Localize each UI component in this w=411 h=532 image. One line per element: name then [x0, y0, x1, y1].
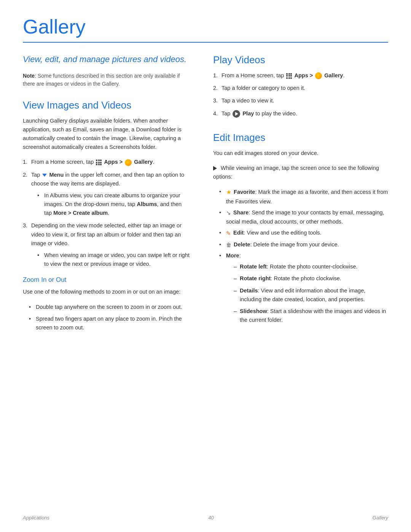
- view-images-body: Launching Gallery displays available fol…: [23, 117, 190, 152]
- play-gallery-label: Gallery: [324, 72, 343, 78]
- edit-delete-item: 🗑 Delete: Delete the image from your dev…: [219, 240, 388, 249]
- edit-images-body: You can edit images stored on your devic…: [213, 149, 388, 158]
- edit-pencil-icon: ✎: [226, 229, 231, 238]
- edit-pointer-line: While viewing an image, tap the screen o…: [213, 164, 388, 181]
- step-num-1: 1.: [23, 158, 27, 166]
- gallery-app-icon: [125, 159, 132, 166]
- play-btn-icon: [233, 110, 240, 118]
- footer-right: Gallery: [373, 515, 388, 521]
- view-step-2: 2. Tap Menu in the upper left corner, an…: [23, 171, 190, 218]
- note-block: Note: Some functions described in this s…: [23, 72, 183, 88]
- play-step-num-3: 3.: [213, 96, 218, 105]
- step-num-3: 3.: [23, 221, 27, 230]
- zoom-bullet-1: Double tap anywhere on the screen to zoo…: [29, 303, 190, 312]
- view-step-3-bullet-1: When viewing an image or video, you can …: [37, 251, 190, 268]
- right-column: Play Videos 1. From a Home screen, tap A…: [206, 54, 388, 335]
- play-videos-section: Play Videos 1. From a Home screen, tap A…: [213, 54, 388, 118]
- title-divider: [23, 42, 388, 43]
- edit-pointer-text: While viewing an image, tap the screen o…: [213, 165, 379, 180]
- edit-images-title: Edit Images: [213, 132, 388, 144]
- rotate-left-item: Rotate left: Rotate the photo counter-cl…: [234, 262, 388, 271]
- play-step-3: 3. Tap a video to view it.: [213, 96, 388, 105]
- subtitle: View, edit, and manage pictures and vide…: [23, 54, 190, 65]
- note-body: Some functions described in this section…: [23, 73, 180, 87]
- edit-images-section: Edit Images You can edit images stored o…: [213, 132, 388, 325]
- main-content: View, edit, and manage pictures and vide…: [23, 54, 388, 335]
- favorite-label: Favorite: [234, 189, 255, 195]
- share-icon: ↘: [226, 208, 231, 217]
- page-footer: Applications 40 Gallery: [0, 515, 411, 521]
- edit-label: Edit: [233, 230, 244, 236]
- share-label: Share: [233, 209, 249, 216]
- menu-down-icon: [42, 174, 47, 177]
- star-icon: ★: [226, 187, 231, 197]
- zoom-body: Use one of the following methods to zoom…: [23, 288, 190, 296]
- play-apps-label: Apps >: [294, 72, 313, 78]
- view-step-3: 3. Depending on the view mode selected, …: [23, 221, 190, 268]
- delete-label: Delete: [234, 241, 250, 248]
- page: Gallery View, edit, and manage pictures …: [0, 0, 411, 532]
- play-label: Play: [242, 110, 254, 117]
- view-images-title: View Images and Videos: [23, 99, 190, 111]
- edit-more-item: More: Rotate left: Rotate the photo coun…: [219, 251, 388, 324]
- edit-options-list: ★ Favorite: Mark the image as a favorite…: [219, 187, 388, 324]
- more-label: More: [226, 252, 239, 259]
- edit-favorite-item: ★ Favorite: Mark the image as a favorite…: [219, 187, 388, 206]
- gallery-label: Gallery: [134, 159, 153, 165]
- apps-label: Apps >: [104, 159, 123, 165]
- play-step-num-1: 1.: [213, 71, 218, 80]
- rotate-right-item: Rotate right: Rotate the photo clockwise…: [234, 274, 388, 283]
- play-apps-icon: [286, 73, 292, 79]
- play-videos-title: Play Videos: [213, 54, 388, 66]
- view-images-steps: 1. From a Home screen, tap Apps > Galler…: [23, 158, 190, 268]
- menu-label: Menu: [49, 172, 64, 178]
- play-gallery-app-icon: [315, 72, 322, 79]
- details-item: Details: View and edit information about…: [234, 286, 388, 304]
- left-column: View, edit, and manage pictures and vide…: [23, 54, 206, 335]
- play-step-2-text: Tap a folder or category to open it.: [221, 85, 305, 91]
- view-step-2-bullets: In Albums view, you can create albums to…: [37, 191, 190, 218]
- footer-left: Applications: [23, 515, 49, 521]
- pointer-icon: [213, 166, 217, 171]
- play-step-1: 1. From a Home screen, tap Apps > Galler…: [213, 71, 388, 80]
- play-step-4: 4. Tap Play to play the video.: [213, 109, 388, 118]
- apps-icon: [96, 160, 102, 165]
- more-dash-list: Rotate left: Rotate the photo counter-cl…: [234, 262, 388, 324]
- play-step-3-text: Tap a video to view it.: [221, 97, 274, 104]
- zoom-bullets: Double tap anywhere on the screen to zoo…: [29, 303, 190, 332]
- view-step-1: 1. From a Home screen, tap Apps > Galler…: [23, 158, 190, 166]
- view-step-3-bullets: When viewing an image or video, you can …: [37, 251, 190, 268]
- view-step-2-bullet-1: In Albums view, you can create albums to…: [37, 191, 190, 218]
- zoom-bullet-2: Spread two fingers apart on any place to…: [29, 315, 190, 332]
- play-step-num-2: 2.: [213, 84, 218, 93]
- slideshow-item: Slideshow: Start a slideshow with the im…: [234, 307, 388, 324]
- edit-share-item: ↘ Share: Send the image to your contacts…: [219, 208, 388, 226]
- delete-icon: 🗑: [226, 241, 231, 249]
- footer-center: 40: [208, 515, 213, 521]
- play-step-2: 2. Tap a folder or category to open it.: [213, 84, 388, 93]
- zoom-title: Zoom In or Out: [23, 276, 190, 284]
- edit-edit-item: ✎ Edit: View and use the editing tools.: [219, 228, 388, 238]
- page-title: Gallery: [23, 15, 388, 38]
- step-num-2: 2.: [23, 171, 27, 179]
- play-videos-steps: 1. From a Home screen, tap Apps > Galler…: [213, 71, 388, 118]
- note-label: Note: [23, 73, 35, 79]
- play-step-num-4: 4.: [213, 109, 218, 118]
